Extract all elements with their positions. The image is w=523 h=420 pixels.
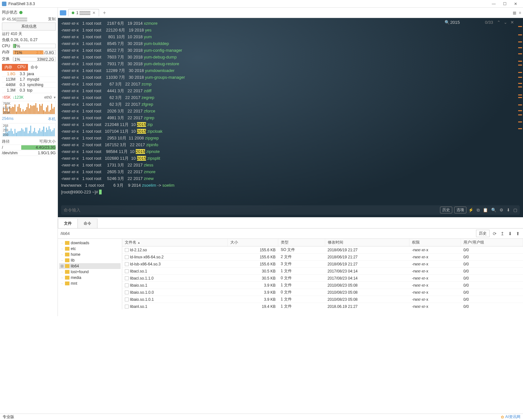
search-next-icon[interactable]: ⌄ xyxy=(502,20,509,25)
lower-tabs: 文件 命令 xyxy=(58,217,523,228)
terminal-line: -rwxr-xr-x 1 root root 212048 11月 10 201… xyxy=(61,121,520,128)
terminal-line: -rwxr-xr-x 1 root root 4981 3月 22 2017 z… xyxy=(61,114,520,121)
proc-tab-cpu[interactable]: CPU xyxy=(15,64,28,71)
tree-node[interactable]: ·mnt xyxy=(59,281,121,286)
mem-bar: 71%2.7G/3.8G xyxy=(13,50,56,55)
system-info-button[interactable]: 系统信息 xyxy=(2,22,56,31)
terminal-line: -rwxr-xr-x 1 root root 98584 11月 10 2015… xyxy=(61,148,520,155)
minimize-button[interactable]: — xyxy=(488,1,499,7)
grid-view-icon[interactable]: ▦ xyxy=(513,11,516,15)
connection-dot-icon xyxy=(72,12,74,14)
tree-node[interactable]: ·etc xyxy=(59,246,121,252)
tab-files[interactable]: 文件 xyxy=(58,219,78,228)
col-owner[interactable]: 用户/用户组 xyxy=(461,239,523,246)
ping-chart: 268259250 xyxy=(2,123,56,137)
terminal-line: -rwxr-xr-x 1 root root 11030 7月 30 2018 … xyxy=(61,74,520,81)
file-row[interactable]: libaio.so.1.0.03.9 KB0 文件2010/08/23 05:0… xyxy=(122,289,523,296)
up-icon[interactable]: ↥ xyxy=(500,231,505,236)
disk-row: /4.4G/23.3G xyxy=(2,145,56,150)
file-row[interactable]: libacl.so.130.5 KB1 文件2017/08/23 04:14-r… xyxy=(122,268,523,275)
close-button[interactable]: ✕ xyxy=(510,1,521,7)
options-button[interactable]: 选项 xyxy=(454,207,466,213)
tree-node[interactable]: ·downloads xyxy=(59,240,121,246)
terminal-line: -rwxr-xr-x 1 root root 7603 7月 30 2018 y… xyxy=(61,54,520,60)
process-row[interactable]: 113M1.7mysqld xyxy=(2,77,56,82)
copy-button[interactable]: 复制 xyxy=(48,16,56,22)
folder-icon[interactable] xyxy=(60,10,66,15)
search-close-icon[interactable]: ✕ xyxy=(509,20,515,25)
copy-icon[interactable]: ⧉ xyxy=(477,208,480,213)
process-row[interactable]: 446M0.3syncthing xyxy=(2,82,56,88)
process-row[interactable]: 1.3M0.3top xyxy=(2,88,56,93)
file-row[interactable]: libanl.so.119.4 KB1 文件2018.06.19 21:27-r… xyxy=(122,303,523,310)
swap-label: 交换 xyxy=(2,56,12,62)
window-title: FinalShell 3.8.3 xyxy=(8,2,488,6)
tree-node[interactable]: ·lib xyxy=(59,257,121,263)
terminal-search: 🔍 0/33 ⌃ ⌄ ✕ xyxy=(445,20,515,25)
download-icon[interactable]: ⬇ xyxy=(507,208,510,212)
tab-bar: 1 ▒▒▒▒ ✕ + ▦ ≡ xyxy=(58,8,523,18)
search-icon[interactable]: 🔍 xyxy=(491,208,496,212)
file-row[interactable]: libacl.so.1.1.030.5 KB0 文件2017/08/23 04:… xyxy=(122,275,523,282)
maximize-button[interactable]: ☐ xyxy=(499,1,510,7)
list-view-icon[interactable]: ≡ xyxy=(519,11,521,15)
proc-tabs: 内存 CPU 命令 xyxy=(2,64,56,71)
session-tab[interactable]: 1 ▒▒▒▒ ✕ xyxy=(68,9,99,16)
tree-node[interactable]: ·media xyxy=(59,275,121,281)
add-tab-button[interactable]: + xyxy=(101,10,108,16)
terminal-line: -rwxr-xr-x 1 root root 4441 3月 22 2017 z… xyxy=(61,87,520,94)
col-size[interactable]: 大小 xyxy=(228,239,278,246)
tree-node[interactable]: ·home xyxy=(59,252,121,257)
file-list[interactable]: 文件名 ▲ 大小 类型 修改时间 权限 用户/用户组 ld-2.12.so155… xyxy=(122,239,523,309)
col-type[interactable]: 类型 xyxy=(278,239,325,246)
path-history-button[interactable]: 历史 xyxy=(476,230,490,237)
swap-bar: 1%33M/2.2G xyxy=(13,57,56,61)
tab-commands[interactable]: 命令 xyxy=(78,219,97,228)
file-row[interactable]: libaio.so.1.0.13.9 KB1 文件2010/08/23 05:0… xyxy=(122,296,523,303)
file-row[interactable]: ld-linux-x86-64.so.2155.6 KB2 文件2018/06/… xyxy=(122,254,523,261)
gear-icon[interactable]: ⚙ xyxy=(500,208,503,212)
proc-tab-mem[interactable]: 内存 xyxy=(2,64,15,71)
tree-node[interactable]: ⊞lib64 xyxy=(59,263,121,269)
search-input[interactable] xyxy=(450,20,482,25)
fullscreen-icon[interactable]: ▢ xyxy=(513,208,517,212)
command-input[interactable] xyxy=(64,208,438,212)
col-name[interactable]: 文件名 ▲ xyxy=(122,239,228,246)
process-row[interactable]: 1.8G3.3java xyxy=(2,71,56,77)
terminal[interactable]: 🔍 0/33 ⌃ ⌄ ✕ -rwxr-xr-x 1 root root 2167… xyxy=(58,18,523,217)
search-prev-icon[interactable]: ⌃ xyxy=(496,20,502,25)
terminal-line: -rwxr-xr-x 1 root root 62 3月 22 2017 zeg… xyxy=(61,94,520,101)
disk-table: 路径可用/大小 /4.4G/23.3G/dev/shm1.9G/1.9G xyxy=(2,139,56,156)
terminal-line: -rwxr-xr-x 1 root root 8522 7月 30 2018 y… xyxy=(61,47,520,54)
current-path: /lib64 xyxy=(60,231,473,236)
ip-label: IP 45.56▒▒▒▒ xyxy=(2,17,27,22)
file-row[interactable]: ld-lsb-x86-64.so.3155.6 KB3 文件2018/06/19… xyxy=(122,261,523,268)
paste-icon[interactable]: 📋 xyxy=(483,208,488,212)
file-row[interactable]: libaio.so.13.9 KB1 文件2010/08/23 05:08-rw… xyxy=(122,282,523,289)
tree-node[interactable]: ·lost+found xyxy=(59,269,121,275)
bolt-icon[interactable]: ⚡ xyxy=(468,208,473,212)
refresh-icon[interactable]: ⟳ xyxy=(492,231,497,236)
terminal-line: -rwxr-xr-x 1 root root 102680 11月 10 201… xyxy=(61,155,520,162)
terminal-line: -rwxr-xr-x 1 root root 2953 10月 11 2008 … xyxy=(61,135,520,141)
minimap[interactable] xyxy=(518,21,522,198)
folder-tree[interactable]: ·downloads·etc·home·lib⊞lib64·lost+found… xyxy=(58,239,122,309)
col-perm[interactable]: 权限 xyxy=(409,239,461,246)
tab-label: 1 ▒▒▒▒ xyxy=(76,11,90,15)
upload-icon[interactable]: ⬆ xyxy=(515,231,520,236)
terminal-line: -rwxr-xr-x 1 root root 1731 3月 22 2017 z… xyxy=(61,162,520,168)
col-mtime[interactable]: 修改时间 xyxy=(325,239,409,246)
cpu-label: CPU xyxy=(2,44,12,48)
terminal-line: -rwxr-xr-x 1 root root 2026 3月 22 2017 z… xyxy=(61,108,520,114)
terminal-line: -rwxr-xr-x 2 root root 167152 3月 22 2017… xyxy=(61,141,520,148)
download-icon[interactable]: ⬇ xyxy=(508,231,513,236)
proc-tab-cmd[interactable]: 命令 xyxy=(28,64,41,71)
search-icon: 🔍 xyxy=(445,20,450,25)
terminal-line: -rwxr-xr-x 1 root root 107104 11月 10 201… xyxy=(61,128,520,135)
prompt-line: [root@li900-223 ~]# _ xyxy=(61,189,520,195)
tab-close-icon[interactable]: ✕ xyxy=(92,11,96,15)
terminal-line: -rwxr-xr-x 1 root root 2605 3月 22 2017 z… xyxy=(61,168,520,175)
history-button[interactable]: 历史 xyxy=(440,207,452,213)
file-row[interactable]: ld-2.12.so155.6 KBSO 文件2018/06/19 21:27-… xyxy=(122,246,523,254)
terminal-line: lrwxrwxrwx 1 root root 6 3月 9 2014 zsoel… xyxy=(61,182,520,189)
